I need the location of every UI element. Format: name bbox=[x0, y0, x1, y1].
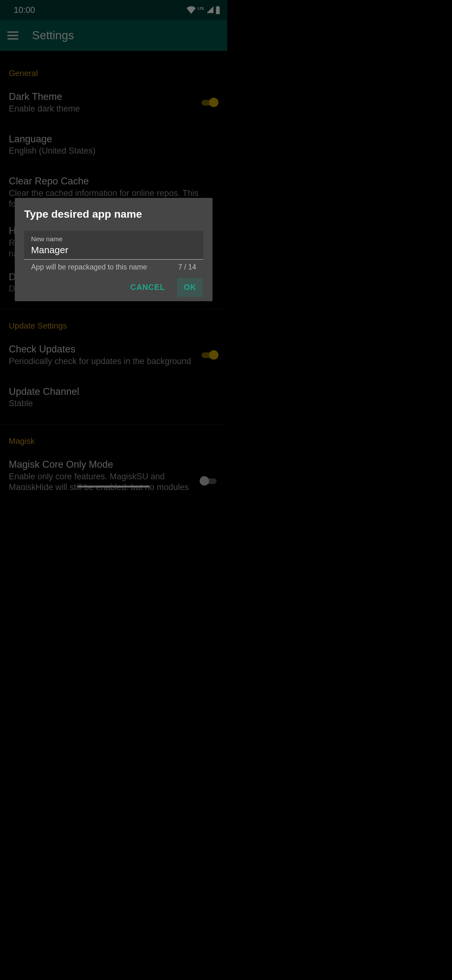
rename-dialog: Type desired app name New name App will … bbox=[15, 198, 213, 301]
new-name-field[interactable]: New name bbox=[24, 231, 203, 259]
dialog-title: Type desired app name bbox=[24, 208, 203, 220]
ok-button[interactable]: OK bbox=[177, 278, 203, 297]
new-name-input[interactable] bbox=[31, 245, 196, 255]
field-label: New name bbox=[31, 235, 196, 243]
field-helper-row: App will be repackaged to this name 7 / … bbox=[24, 260, 203, 271]
nav-indicator bbox=[78, 485, 150, 487]
dialog-actions: CANCEL OK bbox=[24, 278, 203, 297]
field-helper-text: App will be repackaged to this name bbox=[31, 263, 147, 271]
cancel-button[interactable]: CANCEL bbox=[123, 278, 172, 297]
field-char-counter: 7 / 14 bbox=[178, 263, 196, 271]
